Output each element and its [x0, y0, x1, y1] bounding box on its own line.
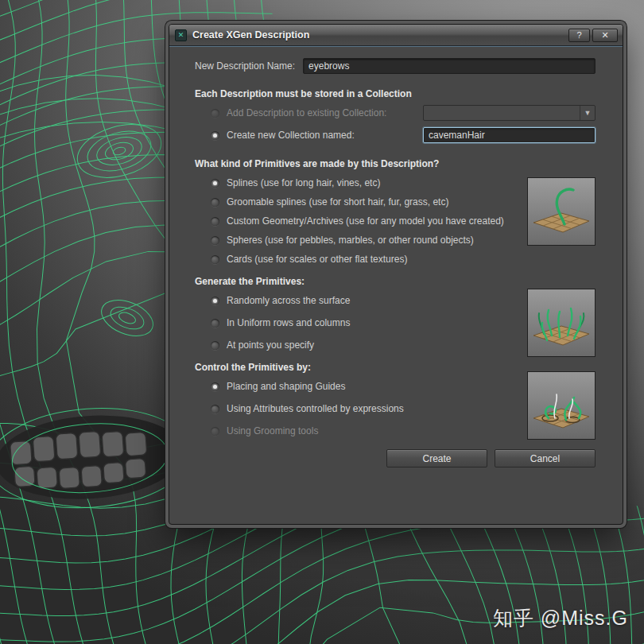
help-button[interactable]: ?: [568, 29, 590, 42]
nose-wires: [96, 293, 158, 343]
watermark: 知乎 @Miss.G: [493, 605, 628, 631]
radio-icon: [211, 405, 219, 413]
cancel-button[interactable]: Cancel: [495, 449, 596, 467]
primitives-section: What kind of Primitives are made by this…: [169, 158, 623, 265]
radio-icon: [211, 236, 219, 245]
generate-heading: Generate the Primitives:: [195, 276, 597, 287]
control-preview-thumbnail: [527, 371, 596, 440]
new-collection-input[interactable]: [423, 127, 596, 143]
collection-heading: Each Description must be stored in a Col…: [195, 88, 597, 99]
splines-preview-thumbnail: [527, 177, 596, 246]
maya-viewport[interactable]: 知乎 @Miss.G ✕ Create XGen Description ? ✕…: [0, 0, 644, 644]
radio-icon: [211, 427, 219, 436]
radio-icon: [211, 109, 219, 118]
description-name-label: New Description Name:: [195, 60, 295, 72]
dialog-body: New Description Name: Each Description m…: [169, 46, 623, 525]
description-name-input[interactable]: [303, 58, 596, 74]
radio-icon-selected: [211, 297, 219, 305]
radio-icon-selected: [211, 382, 219, 391]
radio-icon: [211, 319, 219, 328]
radio-cards[interactable]: Cards (use for scales or other flat text…: [211, 254, 596, 265]
radio-icon: [211, 255, 219, 264]
radio-new-collection[interactable]: Create new Collection named:: [211, 130, 596, 141]
radio-icon: [211, 341, 219, 350]
close-button[interactable]: ✕: [592, 29, 618, 42]
xgen-window-icon: ✕: [175, 29, 187, 41]
mouth: [0, 402, 195, 514]
primitives-heading: What kind of Primitives are made by this…: [195, 158, 597, 169]
radio-existing-collection: Add Description to existing Collection: …: [211, 107, 596, 118]
radio-icon: [211, 217, 219, 226]
chevron-down-icon: ▼: [580, 106, 595, 120]
create-button[interactable]: Create: [386, 449, 487, 467]
generate-preview-thumbnail: [527, 289, 596, 357]
radio-icon-selected: [211, 179, 219, 188]
generate-section: Generate the Primitives: Randomly across…: [169, 276, 623, 351]
xgen-dialog: ✕ Create XGen Description ? ✕ New Descri…: [169, 24, 623, 525]
collection-section: Each Description must be stored in a Col…: [169, 88, 623, 141]
dialog-titlebar[interactable]: ✕ Create XGen Description ? ✕: [169, 25, 623, 46]
existing-collection-dropdown: ▼: [423, 105, 596, 121]
control-section: Control the Primitives by: Placing and s…: [169, 362, 623, 436]
radio-icon: [211, 198, 219, 207]
radio-icon-selected: [211, 131, 219, 140]
dialog-title: Create XGen Description: [192, 29, 568, 41]
